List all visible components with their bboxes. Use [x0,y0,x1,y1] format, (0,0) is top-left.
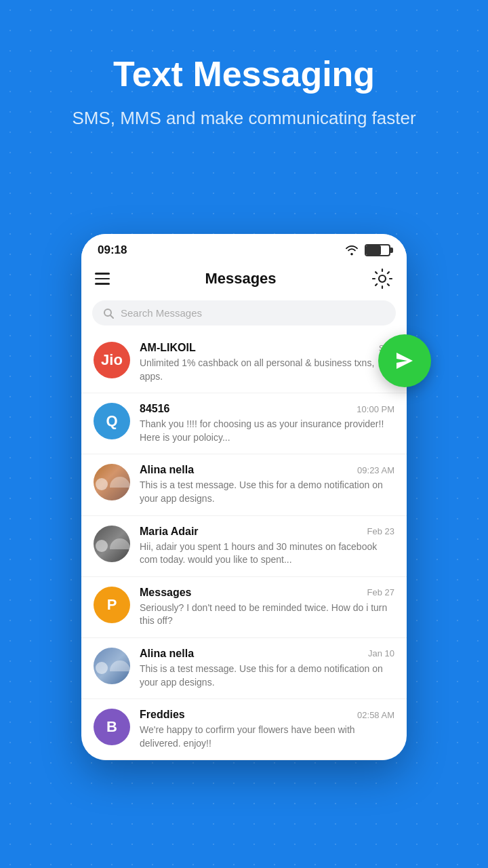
search-icon [103,308,114,319]
message-preview: Seriously? I don't need to be reminded t… [140,601,394,628]
hero-section: Text Messaging SMS, MMS and make communi… [0,0,488,157]
message-preview: We're happy to corfirm your flowers have… [140,724,394,750]
message-time: 09:23 AM [357,465,394,475]
svg-point-0 [379,275,386,282]
message-preview: Thank you !!!! for choosing us as your i… [140,418,394,444]
message-header: 84516 10:00 PM [140,403,394,415]
message-content: Alina nella 09:23 AM This is a test mess… [140,464,394,505]
avatar: B [94,709,130,745]
phone-frame: 09:18 Messages [81,234,407,760]
message-header: AM-LIKOIL Sep [140,342,394,354]
message-header: Alina nella Jan 10 [140,648,394,660]
message-header: Maria Adair Feb 23 [140,526,394,538]
message-sender: Messages [140,587,192,599]
message-item[interactable]: B Freddies 02:58 AM We're happy to corfi… [81,699,407,760]
message-item[interactable]: Maria Adair Feb 23 Hii, adair you spent … [81,516,407,577]
top-bar: Messages [81,261,407,298]
compose-button[interactable] [378,334,431,387]
message-preview: This is a test message. Use this for a d… [140,479,394,505]
search-bar[interactable]: Search Messages [92,300,396,326]
avatar: Jio [94,342,130,378]
hero-title: Text Messaging [41,54,447,95]
avatar [94,464,130,500]
message-header: Alina nella 09:23 AM [140,464,394,476]
message-content: Alina nella Jan 10 This is a test messag… [140,648,394,689]
battery-icon [365,244,390,256]
send-icon [392,349,417,373]
settings-icon[interactable] [371,268,393,290]
message-item[interactable]: Q 84516 10:00 PM Thank you !!!! for choo… [81,393,407,454]
avatar: P [94,587,130,623]
message-item[interactable]: P Messages Feb 27 Seriously? I don't nee… [81,577,407,638]
status-time: 09:18 [98,243,127,257]
message-sender: Maria Adair [140,526,199,538]
menu-button[interactable] [95,273,110,285]
message-time: Feb 23 [367,526,394,536]
avatar: Q [94,403,130,439]
message-sender: AM-LIKOIL [140,342,196,354]
search-placeholder: Search Messages [121,307,202,319]
status-icons [344,244,390,256]
phone-mockup: 09:18 Messages [81,234,407,760]
message-time: Jan 10 [368,648,394,658]
message-content: 84516 10:00 PM Thank you !!!! for choosi… [140,403,394,444]
message-item[interactable]: Jio AM-LIKOIL Sep Unlimited 1% cashback … [81,332,407,393]
message-sender: Alina nella [140,464,194,476]
status-bar: 09:18 [81,234,407,261]
message-time: 02:58 AM [357,710,394,720]
message-preview: Hii, adair you spent 1 hours and 30 minu… [140,540,394,567]
message-content: AM-LIKOIL Sep Unlimited 1% cashback on a… [140,342,394,383]
message-header: Freddies 02:58 AM [140,709,394,721]
message-item[interactable]: Alina nella 09:23 AM This is a test mess… [81,454,407,515]
message-list: Jio AM-LIKOIL Sep Unlimited 1% cashback … [81,332,407,760]
wifi-icon [344,245,359,256]
message-item[interactable]: Alina nella Jan 10 This is a test messag… [81,638,407,699]
message-content: Messages Feb 27 Seriously? I don't need … [140,587,394,628]
svg-line-2 [110,315,113,318]
message-sender: Alina nella [140,648,194,660]
message-preview: Unlimited 1% cashback on all personal & … [140,357,394,383]
app-bar-title: Messages [205,270,276,288]
message-sender: Freddies [140,709,185,721]
hero-subtitle: SMS, MMS and make communicating faster [41,106,447,130]
avatar [94,526,130,562]
message-content: Maria Adair Feb 23 Hii, adair you spent … [140,526,394,567]
message-header: Messages Feb 27 [140,587,394,599]
message-time: Feb 27 [367,587,394,597]
avatar [94,648,130,684]
message-content: Freddies 02:58 AM We're happy to corfirm… [140,709,394,750]
message-preview: This is a test message. Use this for a d… [140,663,394,689]
message-time: 10:00 PM [357,404,394,414]
message-sender: 84516 [140,403,170,415]
